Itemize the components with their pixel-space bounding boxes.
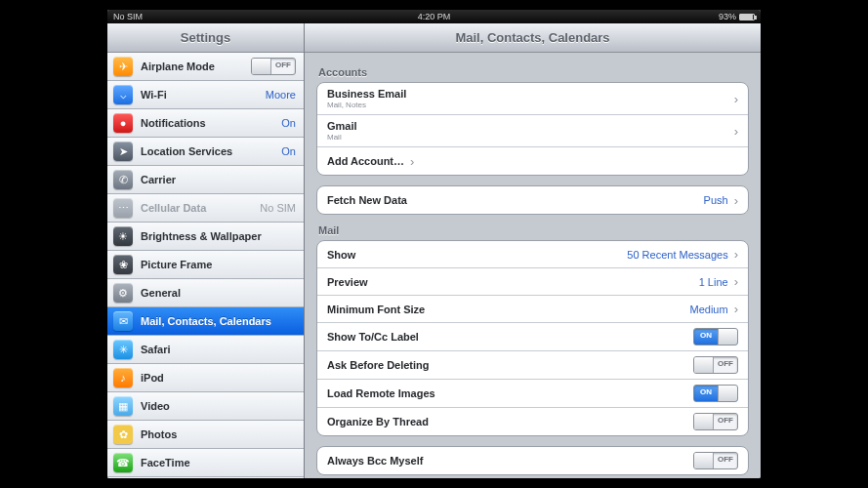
safari-icon: ✳ bbox=[113, 340, 133, 359]
switch-off-label: OFF bbox=[275, 61, 291, 69]
switch-on-label: ON bbox=[700, 387, 712, 396]
cell-organize[interactable]: Organize By ThreadONOFF bbox=[317, 408, 748, 435]
video-icon: ▦ bbox=[113, 396, 133, 416]
chevron-right-icon: › bbox=[734, 302, 738, 316]
switch-knob bbox=[694, 453, 714, 468]
clock: 4:20 PM bbox=[418, 12, 451, 21]
carrier-status: No SIM bbox=[113, 12, 143, 21]
section-header: Accounts bbox=[318, 66, 747, 78]
sidebar-item-label: Brightness & Wallpaper bbox=[141, 230, 262, 242]
cell-minfont[interactable]: Minimum Font SizeMedium› bbox=[317, 296, 748, 323]
toggle-switch[interactable]: ONOFF bbox=[693, 328, 738, 346]
battery-percent: 93% bbox=[719, 12, 736, 21]
sidebar-item-general[interactable]: ⚙General bbox=[107, 279, 304, 307]
airplane-icon: ✈ bbox=[113, 57, 133, 76]
carrier-icon: ✆ bbox=[113, 170, 133, 189]
cell-value: Medium bbox=[690, 304, 728, 315]
sidebar-item-photos[interactable]: ✿Photos bbox=[107, 421, 304, 449]
cell-acct-gmail[interactable]: GmailMail› bbox=[317, 115, 748, 147]
cell-add-account[interactable]: Add Account…› bbox=[317, 147, 748, 175]
screen: No SIM 4:20 PM 93% Settings ✈Airplane Mo… bbox=[107, 10, 761, 478]
chevron-right-icon: › bbox=[734, 274, 738, 289]
cell-title: Organize By Thread bbox=[327, 416, 429, 427]
detail-panel: Mail, Contacts, Calendars AccountsBusine… bbox=[305, 23, 761, 478]
sidebar-item-wifi[interactable]: ⌵Wi-FiMoore bbox=[107, 81, 304, 109]
switch-knob bbox=[694, 414, 714, 429]
sidebar-item-safari[interactable]: ✳Safari bbox=[107, 336, 304, 364]
sidebar-item-notes[interactable]: ✎Notes bbox=[107, 477, 304, 478]
cell-value: Push bbox=[704, 194, 728, 206]
notifications-icon: ● bbox=[113, 113, 133, 133]
sidebar-item-carrier[interactable]: ✆Carrier bbox=[107, 166, 304, 194]
sidebar-item-mail[interactable]: ✉Mail, Contacts, Calendars bbox=[107, 307, 304, 336]
sidebar-item-label: iPod bbox=[141, 372, 164, 384]
settings-group: Fetch New DataPush› bbox=[316, 185, 749, 215]
chevron-right-icon: › bbox=[734, 247, 738, 262]
cell-askdelete[interactable]: Ask Before DeletingONOFF bbox=[317, 351, 748, 380]
cell-value: 50 Recent Messages bbox=[627, 249, 727, 261]
switch-on-label: ON bbox=[700, 331, 712, 340]
cell-acct-business[interactable]: Business EmailMail, Notes› bbox=[317, 83, 748, 115]
sidebar-item-label: Picture Frame bbox=[141, 259, 212, 270]
sidebar-item-cellular: ⋯Cellular DataNo SIM bbox=[107, 194, 304, 223]
sidebar-item-notifications[interactable]: ●NotificationsOn bbox=[107, 109, 304, 138]
device-frame: No SIM 4:20 PM 93% Settings ✈Airplane Mo… bbox=[0, 0, 868, 488]
switch-off-label: OFF bbox=[718, 359, 733, 368]
cell-title: Show bbox=[327, 249, 355, 261]
sidebar: Settings ✈Airplane ModeONOFF⌵Wi-FiMoore●… bbox=[107, 23, 305, 478]
facetime-icon: ☎ bbox=[113, 453, 133, 472]
cell-title: Load Remote Images bbox=[327, 387, 435, 399]
detail-scroll[interactable]: AccountsBusiness EmailMail, Notes›GmailM… bbox=[305, 53, 761, 478]
cell-preview[interactable]: Preview1 Line› bbox=[317, 268, 748, 296]
status-bar: No SIM 4:20 PM 93% bbox=[107, 10, 761, 23]
brightness-icon: ☀ bbox=[113, 226, 133, 246]
sidebar-item-label: Photos bbox=[141, 428, 177, 440]
sidebar-item-video[interactable]: ▦Video bbox=[107, 392, 304, 421]
sidebar-title: Settings bbox=[107, 23, 304, 53]
switch-knob bbox=[694, 357, 714, 373]
switch-off-label: OFF bbox=[718, 455, 733, 464]
sidebar-item-value: No SIM bbox=[260, 202, 296, 214]
cell-value: 1 Line bbox=[699, 276, 728, 288]
cell-title: Add Account… bbox=[327, 155, 404, 167]
frame-icon: ❀ bbox=[113, 255, 133, 274]
toggle-switch[interactable]: ONOFF bbox=[251, 58, 296, 75]
sidebar-item-label: Location Services bbox=[141, 145, 232, 157]
sidebar-item-label: FaceTime bbox=[141, 457, 190, 468]
cell-title: Fetch New Data bbox=[327, 194, 407, 206]
sidebar-list: ✈Airplane ModeONOFF⌵Wi-FiMoore●Notificat… bbox=[107, 53, 304, 478]
sidebar-item-label: Notifications bbox=[141, 117, 206, 129]
cell-alwaysbcc[interactable]: Always Bcc MyselfONOFF bbox=[317, 447, 748, 474]
battery-icon bbox=[739, 14, 755, 20]
toggle-switch[interactable]: ONOFF bbox=[693, 413, 738, 430]
chevron-right-icon: › bbox=[734, 193, 738, 208]
sidebar-item-label: Airplane Mode bbox=[141, 61, 215, 72]
switch-knob bbox=[718, 386, 737, 401]
sidebar-item-label: Cellular Data bbox=[141, 202, 206, 214]
settings-group: Always Bcc MyselfONOFF bbox=[316, 446, 749, 475]
toggle-switch[interactable]: ONOFF bbox=[693, 356, 738, 374]
photos-icon: ✿ bbox=[113, 425, 133, 444]
cell-loadremote[interactable]: Load Remote ImagesONOFF bbox=[317, 380, 748, 408]
cell-fetch[interactable]: Fetch New DataPush› bbox=[317, 186, 748, 214]
cell-show[interactable]: Show50 Recent Messages› bbox=[317, 241, 748, 268]
sidebar-item-location[interactable]: ➤Location ServicesOn bbox=[107, 138, 304, 166]
sidebar-item-label: Safari bbox=[141, 344, 171, 355]
cell-title: Always Bcc Myself bbox=[327, 455, 423, 467]
chevron-right-icon: › bbox=[410, 154, 414, 169]
toggle-switch[interactable]: ONOFF bbox=[693, 385, 738, 402]
sidebar-item-facetime[interactable]: ☎FaceTime bbox=[107, 449, 304, 477]
cell-title: Gmail bbox=[327, 120, 357, 132]
sidebar-item-label: Wi-Fi bbox=[141, 89, 167, 101]
cellular-icon: ⋯ bbox=[113, 198, 133, 218]
sidebar-item-label: Carrier bbox=[141, 174, 176, 185]
toggle-switch[interactable]: ONOFF bbox=[693, 452, 738, 469]
cell-showtocc[interactable]: Show To/Cc LabelONOFF bbox=[317, 323, 748, 351]
cell-title: Minimum Font Size bbox=[327, 304, 425, 315]
sidebar-item-airplane[interactable]: ✈Airplane ModeONOFF bbox=[107, 53, 304, 81]
sidebar-item-brightness[interactable]: ☀Brightness & Wallpaper bbox=[107, 223, 304, 251]
switch-knob bbox=[252, 59, 271, 74]
chevron-right-icon: › bbox=[734, 124, 738, 139]
sidebar-item-ipod[interactable]: ♪iPod bbox=[107, 364, 304, 392]
sidebar-item-frame[interactable]: ❀Picture Frame bbox=[107, 251, 304, 279]
